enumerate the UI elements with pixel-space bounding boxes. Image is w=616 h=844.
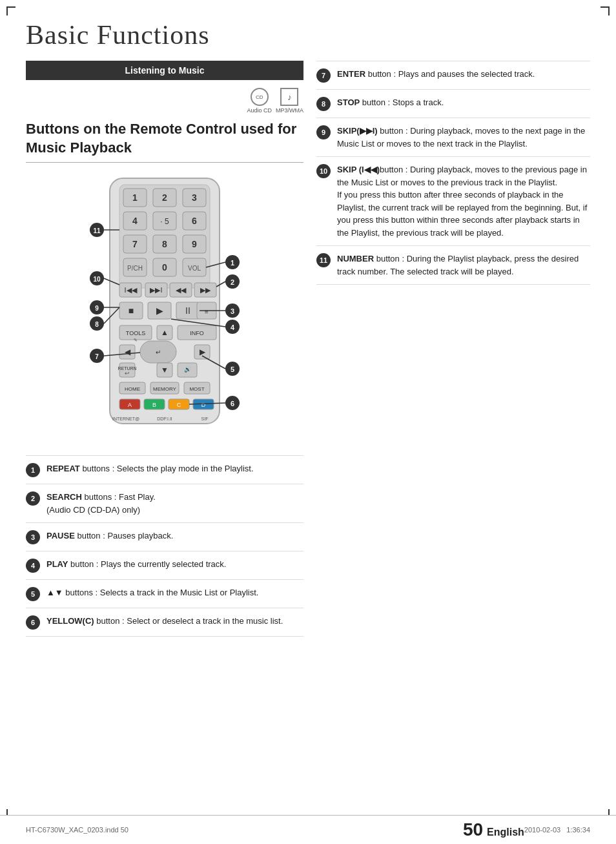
right-desc-text-8: STOP button : Stops a track.: [337, 96, 590, 109]
svg-text:▶: ▶: [156, 305, 163, 316]
right-desc-bold-8: STOP: [337, 98, 360, 107]
desc-num-5: 5: [26, 587, 40, 601]
right-column: 7 ENTER button : Plays and pauses the se…: [316, 61, 590, 637]
desc-bold-3: PAUSE: [46, 531, 75, 540]
desc-item-6: 6 YELLOW(C) button : Select or deselect …: [26, 608, 303, 637]
svg-text:■: ■: [128, 305, 134, 316]
svg-text:▶: ▶: [200, 347, 206, 356]
svg-text:◀: ◀: [125, 347, 131, 356]
right-desc-detail-11: button : During the Playlist playback, p…: [337, 254, 579, 276]
desc-text-3: PAUSE button : Pauses playback.: [46, 530, 303, 542]
footer-time: 1:36:34: [566, 826, 590, 834]
svg-text:4: 4: [231, 324, 235, 331]
svg-text:11: 11: [93, 227, 101, 234]
footer-language: English: [487, 827, 524, 838]
section-header: Listening to Music: [26, 61, 303, 80]
svg-text:6: 6: [231, 400, 234, 407]
svg-text:P/CH: P/CH: [127, 265, 143, 272]
audio-cd-label: Audio CD: [247, 107, 272, 114]
desc-bold-5: ▲▼: [46, 588, 63, 597]
svg-text:8: 8: [162, 239, 167, 249]
desc-item-1: 1 REPEAT buttons : Selects the play mode…: [26, 455, 303, 484]
desc-bold-2: SEARCH: [46, 492, 82, 502]
svg-text:2: 2: [231, 278, 234, 286]
svg-text:D: D: [201, 402, 206, 408]
svg-text:A: A: [128, 402, 132, 408]
svg-text:3: 3: [231, 307, 234, 315]
footer-page-number: 50: [463, 819, 483, 840]
audio-cd-icon: CD Audio CD: [247, 88, 272, 114]
desc-item-2: 2 SEARCH buttons : Fast Play.(Audio CD (…: [26, 484, 303, 523]
right-desc-item-8: 8 STOP button : Stops a track.: [316, 90, 590, 118]
svg-text:3: 3: [192, 192, 197, 203]
svg-text:9: 9: [192, 239, 197, 249]
right-desc-item-7: 7 ENTER button : Plays and pauses the se…: [316, 61, 590, 90]
corner-mark-tl: [6, 6, 15, 15]
svg-text:0: 0: [162, 262, 167, 273]
desc-bold-6: YELLOW(C): [46, 616, 94, 626]
right-desc-num-11: 11: [316, 253, 331, 267]
svg-text:5: 5: [231, 365, 234, 373]
svg-text:◀◀: ◀◀: [176, 286, 187, 294]
right-desc-num-10: 10: [316, 164, 331, 178]
svg-text:· 5: · 5: [160, 217, 169, 226]
svg-text:I◀◀: I◀◀: [124, 286, 137, 294]
svg-text:10: 10: [93, 276, 101, 283]
right-desc-bold-11: NUMBER: [337, 254, 374, 263]
svg-text:INTERNET@: INTERNET@: [112, 417, 139, 421]
svg-text:↩: ↩: [125, 370, 130, 376]
right-desc-item-11: 11 NUMBER button : During the Playlist p…: [316, 246, 590, 285]
mp3-label: MP3/WMA: [276, 107, 303, 114]
right-desc-bold-10: SKIP (I◀◀): [337, 165, 380, 174]
svg-text:4: 4: [132, 216, 138, 226]
corner-mark-tr: [601, 6, 610, 15]
desc-text-4: PLAY button : Plays the currently select…: [46, 558, 303, 571]
desc-bold-1: REPEAT: [46, 464, 80, 473]
right-desc-text-7: ENTER button : Plays and pauses the sele…: [337, 68, 590, 81]
desc-text-5: ▲▼ buttons : Selects a track in the Musi…: [46, 586, 303, 599]
right-desc-detail-7: button : Plays and pauses the selected t…: [365, 69, 535, 79]
svg-text:▶▶I: ▶▶I: [150, 286, 162, 294]
svg-text:VOL: VOL: [188, 265, 201, 272]
svg-text:↵: ↵: [156, 349, 161, 356]
svg-text:INFO: INFO: [190, 330, 204, 336]
svg-text:▼: ▼: [161, 365, 169, 375]
svg-text:2: 2: [162, 192, 167, 203]
svg-text:8: 8: [95, 321, 99, 328]
svg-text:6: 6: [192, 216, 197, 226]
desc-text-2: SEARCH buttons : Fast Play.(Audio CD (CD…: [46, 491, 303, 516]
footer-filename: HT-C6730W_XAC_0203.indd 50: [26, 826, 128, 834]
svg-text:9: 9: [95, 305, 99, 312]
svg-text:✎: ✎: [134, 338, 138, 342]
right-desc-bold-9: SKIP(▶▶I): [337, 126, 378, 136]
remote-svg: 1 2 3 4 · 5 6 7: [61, 172, 268, 443]
svg-text:MOST: MOST: [189, 386, 204, 392]
svg-text:🔊: 🔊: [184, 365, 192, 373]
svg-text:SIF: SIF: [201, 417, 209, 421]
page-wrapper: Basic Functions Listening to Music CD Au…: [0, 0, 616, 844]
svg-text:7: 7: [132, 239, 138, 249]
desc-text-1: REPEAT buttons : Selects the play mode i…: [46, 462, 303, 475]
svg-text:DDP.I.II: DDP.I.II: [157, 417, 172, 421]
svg-text:≡: ≡: [205, 308, 209, 315]
right-desc-num-8: 8: [316, 97, 331, 111]
svg-text:1: 1: [231, 259, 234, 267]
desc-num-4: 4: [26, 559, 40, 573]
audio-cd-circle: CD: [251, 88, 269, 106]
desc-text-6: YELLOW(C) button : Select or deselect a …: [46, 615, 303, 628]
right-desc-text-9: SKIP(▶▶I) button : During playback, move…: [337, 125, 590, 150]
desc-bold-4: PLAY: [46, 559, 68, 569]
svg-text:II: II: [185, 305, 190, 316]
desc-num-1: 1: [26, 463, 40, 477]
left-column: Listening to Music CD Audio CD ♪ MP3/WMA…: [26, 61, 303, 637]
footer-date-info: 2010-02-03 1:36:34: [524, 826, 590, 834]
right-desc-item-9: 9 SKIP(▶▶I) button : During playback, mo…: [316, 118, 590, 157]
desc-detail-5: buttons : Selects a track in the Music L…: [63, 588, 259, 597]
right-desc-detail-10b: If you press this button after three sec…: [337, 190, 587, 238]
right-desc-num-7: 7: [316, 68, 331, 83]
mp3-icon: ♪ MP3/WMA: [276, 88, 303, 114]
mp3-note: ♪: [280, 88, 298, 106]
footer-page-info: 50 English: [463, 819, 524, 840]
desc-item-4: 4 PLAY button : Plays the currently sele…: [26, 551, 303, 580]
right-desc-text-10: SKIP (I◀◀)button : During playback, move…: [337, 163, 590, 239]
